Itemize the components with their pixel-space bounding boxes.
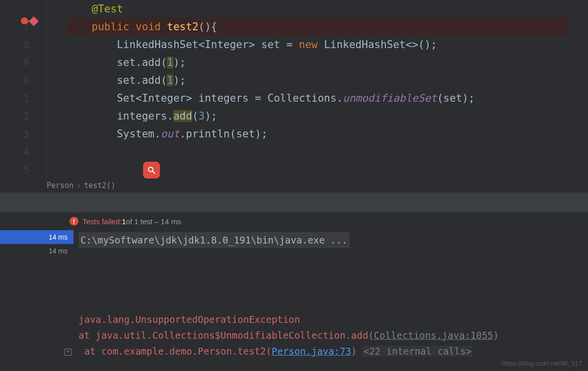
code-line[interactable]: @Test — [67, 0, 568, 18]
code-line[interactable]: integers.add(3); — [67, 107, 568, 125]
code-line[interactable]: Set<Integer> integers = Collections.unmo… — [67, 89, 568, 107]
code-line[interactable]: LinkedHashSet<Integer> set = new LinkedH… — [67, 36, 568, 54]
search-button[interactable] — [143, 162, 160, 179]
code-line[interactable]: public void test2(){ — [67, 18, 568, 36]
keyword: void — [136, 21, 161, 33]
code-text: ( — [192, 110, 199, 122]
stack-line: at com.example.demo.Person.test2( — [78, 346, 272, 357]
watermark: https://blog.csdn.net/W_317 — [502, 360, 582, 367]
static-field: out — [161, 128, 180, 140]
code-text: ); — [173, 57, 186, 68]
stack-line: at java.util.Collections$UnmodifiableCol… — [78, 330, 374, 341]
search-icon — [147, 166, 156, 175]
annotation: @Test — [92, 3, 123, 15]
tests-failed-rest: of 1 test – 14 ms — [126, 217, 181, 226]
code-line[interactable]: System.out.println(set); — [67, 125, 568, 143]
code-text: ); — [205, 110, 217, 122]
code-text: LinkedHashSet<>(); — [318, 39, 437, 51]
tests-failed-count: 1 — [122, 217, 126, 226]
expand-icon[interactable]: + — [65, 349, 72, 356]
tests-failed-label: Tests failed: — [82, 217, 122, 226]
diamond-icon[interactable] — [29, 16, 39, 26]
number-literal: 1 — [167, 57, 173, 68]
static-method: unmodifiableSet — [343, 92, 437, 104]
chevron-right-icon: › — [76, 181, 81, 190]
number-literal: 1 — [167, 74, 173, 86]
svg-line-1 — [152, 171, 155, 174]
gutter: 7 8 9 0 1 2 3 4 5 − — [0, 0, 47, 179]
keyword: new — [299, 39, 318, 51]
code-text: System. — [67, 128, 161, 140]
number-literal: 3 — [199, 110, 205, 122]
stack-line: ) — [493, 330, 499, 341]
test-row[interactable]: 14 ms — [0, 244, 74, 258]
error-icon: ! — [70, 217, 78, 226]
keyword: public — [92, 21, 130, 33]
line-number: 3 — [0, 125, 46, 143]
code-text: LinkedHashSet<Integer> set = — [67, 39, 299, 51]
gutter-run-icons[interactable] — [21, 18, 37, 25]
stack-line: ) — [351, 346, 363, 357]
breadcrumb-item[interactable]: Person — [47, 181, 74, 190]
source-link[interactable]: Collections.java:1055 — [374, 330, 493, 341]
code-line[interactable]: set.add(1); — [67, 71, 568, 89]
command-line: C:\mySoftware\jdk\jdk1.8.0_191\bin\java.… — [78, 232, 350, 248]
internal-calls[interactable]: <22 internal calls> — [363, 346, 472, 357]
line-number: 0 — [0, 71, 46, 89]
code-text: set.add( — [67, 57, 167, 68]
test-row[interactable]: 14 ms — [0, 230, 74, 244]
breadcrumb-item[interactable]: test2() — [84, 181, 115, 190]
line-number — [0, 0, 46, 18]
code-text: Set<Integer> integers = Collections. — [67, 92, 343, 104]
code-text: .println(set); — [180, 128, 268, 140]
tool-window-strip — [0, 192, 588, 212]
code-editor[interactable]: 7 8 9 0 1 2 3 4 5 − @Test public void te… — [0, 0, 588, 179]
code-text: (set); — [437, 92, 475, 104]
code-line[interactable] — [67, 143, 568, 161]
exception-name: java.lang.UnsupportedOperationException — [78, 311, 588, 327]
source-link[interactable]: Person.java:73 — [272, 346, 351, 357]
console-output[interactable]: C:\mySoftware\jdk\jdk1.8.0_191\bin\java.… — [74, 230, 588, 371]
breakpoint-icon[interactable] — [21, 17, 28, 24]
breadcrumb[interactable]: Person›test2() — [0, 179, 588, 192]
code-text: ); — [173, 74, 186, 86]
test-result-header: ! Tests failed: 1 of 1 test – 14 ms — [0, 212, 588, 230]
method-name: test2 — [167, 21, 198, 33]
line-number: 5 — [0, 161, 46, 179]
code-body[interactable]: @Test public void test2(){ LinkedHashSet… — [47, 0, 588, 179]
line-number: 2 — [0, 107, 46, 125]
line-number: 9 — [0, 54, 46, 71]
test-tree[interactable]: 14 ms 14 ms — [0, 230, 74, 371]
line-number: 1 — [0, 89, 46, 107]
line-number: 4 — [0, 143, 46, 161]
highlighted-text: add — [173, 110, 192, 122]
code-line[interactable]: set.add(1); — [67, 54, 568, 71]
code-text: integers. — [67, 110, 173, 122]
code-text: set.add( — [67, 74, 167, 86]
line-number: 8 — [0, 36, 46, 54]
code-text: (){ — [199, 21, 218, 33]
